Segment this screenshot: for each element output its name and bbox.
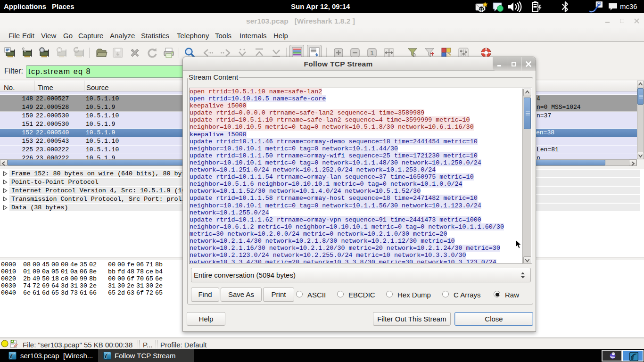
svg-text:21: 21 (479, 7, 484, 12)
svg-text:1: 1 (370, 49, 373, 57)
